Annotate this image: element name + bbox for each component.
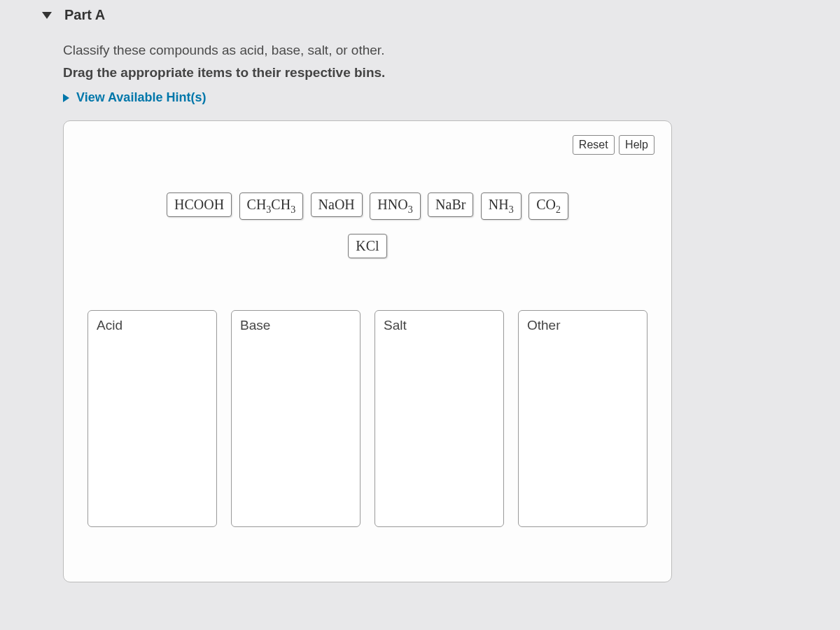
chips-row-1: HCOOH CH3CH3 NaOH HNO3 NaBr NH3 CO2 (80, 190, 654, 223)
bin-title-base: Base (240, 318, 351, 333)
chip-hcooh[interactable]: HCOOH (167, 192, 232, 217)
instruction-text: Drag the appropriate items to their resp… (63, 65, 826, 80)
chip-kcl[interactable]: KCl (348, 234, 386, 258)
bin-other[interactable]: Other (518, 310, 648, 527)
bin-title-acid: Acid (97, 318, 208, 333)
chip-naoh[interactable]: NaOH (311, 192, 363, 217)
caret-right-icon (63, 94, 69, 102)
chip-hno3[interactable]: HNO3 (370, 192, 420, 220)
chip-nh3[interactable]: NH3 (481, 192, 522, 220)
help-button[interactable]: Help (619, 135, 654, 155)
question-text: Classify these compounds as acid, base, … (63, 43, 826, 58)
bin-title-salt: Salt (384, 318, 495, 333)
chips-row-2: KCl (80, 231, 654, 261)
chip-co2[interactable]: CO2 (528, 192, 568, 220)
caret-down-icon (42, 12, 52, 19)
bin-salt[interactable]: Salt (374, 310, 504, 527)
part-title: Part A (64, 7, 105, 23)
part-header[interactable]: Part A (42, 7, 826, 23)
bins-container: Acid Base Salt Other (80, 310, 654, 527)
hints-label: View Available Hint(s) (76, 90, 206, 105)
bin-acid[interactable]: Acid (88, 310, 217, 527)
work-area: Reset Help HCOOH CH3CH3 NaOH HNO3 NaBr N… (63, 120, 672, 582)
bin-base[interactable]: Base (231, 310, 360, 527)
reset-button[interactable]: Reset (573, 135, 615, 155)
chip-nabr[interactable]: NaBr (428, 192, 473, 217)
work-area-controls: Reset Help (80, 135, 654, 155)
chip-ch3ch3[interactable]: CH3CH3 (239, 192, 304, 220)
hints-toggle[interactable]: View Available Hint(s) (63, 90, 826, 105)
bin-title-other: Other (527, 318, 638, 333)
